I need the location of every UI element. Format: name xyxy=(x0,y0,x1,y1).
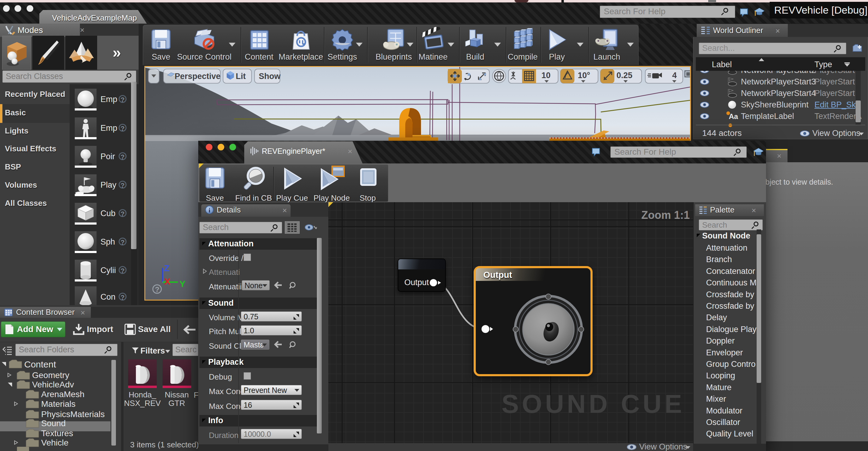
svg-text:X: X xyxy=(164,276,170,286)
svg-text:Perspective: Perspective xyxy=(175,72,221,81)
svg-text:Z: Z xyxy=(164,263,169,273)
svg-text:Y: Y xyxy=(180,279,186,289)
svg-text:10°: 10° xyxy=(578,71,590,80)
svg-text:Show: Show xyxy=(259,72,281,81)
svg-text:?: ? xyxy=(155,285,159,294)
svg-text:Lit: Lit xyxy=(236,72,246,81)
svg-text:4: 4 xyxy=(672,71,677,80)
svg-text:0.25: 0.25 xyxy=(617,71,632,80)
svg-text:10: 10 xyxy=(541,71,551,80)
